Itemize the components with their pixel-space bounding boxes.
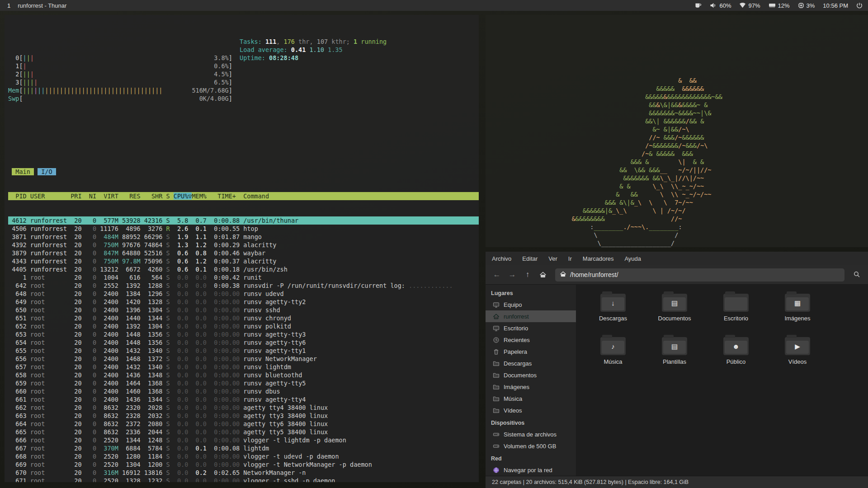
process-row[interactable]: 652 root 20 0 2400 1392 1304 S 0.0 0.0 0… — [8, 322, 479, 330]
sidebar-item-label: Papelera — [504, 348, 527, 355]
folder-icon — [492, 371, 500, 379]
process-row[interactable]: 666 root 20 0 2520 1344 1248 S 0.0 0.0 0… — [8, 436, 479, 444]
path-bar[interactable]: /home/runforrest/ — [555, 268, 844, 282]
process-row[interactable]: 4405 runforrest 20 0 13212 6672 4260 S 0… — [8, 265, 479, 273]
sidebar-item-sistema-de-archivos[interactable]: Sistema de archivos — [486, 428, 576, 440]
process-row[interactable]: 669 root 20 0 2520 1304 1200 S 0.0 0.0 0… — [8, 460, 479, 469]
process-row[interactable]: 1 root 20 0 1004 616 564 S 0.0 0.0 0:00.… — [8, 273, 479, 282]
process-row[interactable]: 655 root 20 0 2400 1432 1340 S 0.0 0.0 0… — [8, 347, 479, 355]
home-button[interactable] — [536, 268, 550, 281]
process-row[interactable]: 664 root 20 0 8632 2372 2080 S 0.0 0.0 0… — [8, 420, 479, 428]
process-row[interactable]: 670 root 20 0 316M 16912 13816 S 0.0 0.2… — [8, 469, 479, 477]
process-row[interactable]: 667 root 20 0 370M 6884 5784 S 0.0 0.1 0… — [8, 444, 479, 452]
sidebar-item-descargas[interactable]: Descargas — [486, 357, 576, 369]
menu-editar[interactable]: Editar — [522, 255, 538, 262]
file-label: Público — [726, 358, 746, 365]
sidebar-item-runforrest[interactable]: runforrest — [486, 310, 576, 322]
drive-icon — [492, 442, 500, 450]
path-home-icon — [560, 271, 566, 279]
file-item-documentos[interactable]: ▤Documentos — [644, 291, 705, 334]
file-item-vídeos[interactable]: ▶Vídeos — [767, 334, 828, 378]
sidebar-item-escritorio[interactable]: Escritorio — [486, 322, 576, 334]
workspace-indicator[interactable]: 1 — [5, 2, 12, 9]
menu-ir[interactable]: Ir — [568, 255, 572, 262]
sidebar-item-documentos[interactable]: Documentos — [486, 369, 576, 381]
file-item-imágenes[interactable]: ▦Imágenes — [767, 291, 828, 334]
menu-ayuda[interactable]: Ayuda — [624, 255, 641, 262]
sidebar-item-volumen-de-500-gb[interactable]: Volumen de 500 GB — [486, 440, 576, 452]
art-line: && \&& &&&__ ~/~/||//~ — [553, 166, 868, 174]
process-row[interactable]: 649 root 20 0 2400 1420 1328 S 0.0 0.0 0… — [8, 298, 479, 306]
sidebar-item-label: Escritorio — [504, 325, 528, 332]
tab-io[interactable]: I/O — [38, 168, 56, 175]
art-line: \ / — [553, 231, 868, 239]
process-row[interactable]: 653 root 20 0 2400 1448 1356 S 0.0 0.0 0… — [8, 330, 479, 338]
file-label: Descargas — [599, 315, 627, 322]
network-module[interactable]: 97% — [739, 2, 760, 9]
process-row[interactable]: 648 root 20 0 2400 1384 1296 S 0.0 0.0 0… — [8, 290, 479, 298]
process-row[interactable]: 659 root 20 0 2400 1464 1368 S 0.0 0.0 0… — [8, 379, 479, 387]
process-row[interactable]: 662 root 20 0 8632 2320 2028 S 0.0 0.0 0… — [8, 404, 479, 412]
network-icon — [492, 466, 500, 474]
sidebar-item-label: Vídeos — [504, 407, 522, 414]
htop-terminal-window[interactable]: 0[||| 3.8%] 1[| 0.6%] 2[||| 4.5%] 3[|||| — [5, 15, 479, 482]
sidebar-item-papelera[interactable]: Papelera — [486, 346, 576, 357]
process-row[interactable]: 650 root 20 0 2400 1396 1304 S 0.0 0.0 0… — [8, 306, 479, 314]
process-row[interactable]: 4392 runforrest 20 0 750M 97676 74864 S … — [8, 241, 479, 249]
file-item-escritorio[interactable]: Escritorio — [705, 291, 767, 334]
process-row[interactable]: 3879 runforrest 20 0 847M 64880 52516 S … — [8, 249, 479, 257]
process-row[interactable]: 4343 runforrest 20 0 750M 97.8M 75096 S … — [8, 257, 479, 265]
process-row[interactable]: 668 root 20 0 2520 1280 1184 S 0.0 0.0 0… — [8, 452, 479, 460]
caffeine-module[interactable] — [695, 3, 702, 9]
tab-main[interactable]: Main — [12, 168, 34, 175]
speaker-icon — [710, 2, 717, 9]
art-line: & && — [553, 76, 868, 84]
resource-meter: Swp[ 0K/4.00G] — [8, 94, 479, 103]
process-row[interactable]: 4506 runforrest 20 0 11176 4896 3276 R 2… — [8, 225, 479, 233]
menubar: ArchivoEditarVerIrMarcadoresAyuda — [486, 252, 868, 265]
process-row[interactable]: 656 root 20 0 2400 1468 1372 S 0.0 0.0 0… — [8, 355, 479, 363]
process-row[interactable]: 654 root 20 0 2400 1448 1356 S 0.0 0.0 0… — [8, 338, 479, 347]
ascii-art-terminal-window[interactable]: & && &&&&& &&&&&& &&&&&&&&&&&&&&&&&&~&& … — [486, 15, 868, 247]
art-line: &~ &|&&/~\ — [553, 125, 868, 133]
back-button[interactable]: ← — [490, 268, 504, 281]
process-row[interactable]: 660 root 20 0 2400 1460 1368 S 0.0 0.0 0… — [8, 387, 479, 395]
folder-icon: ▤ — [662, 294, 687, 312]
sidebar-item-imágenes[interactable]: Imágenes — [486, 381, 576, 393]
volume-module[interactable]: 60% — [710, 2, 731, 9]
process-row[interactable]: 642 root 20 0 2552 1392 1288 S 0.0 0.0 0… — [8, 282, 479, 290]
search-button[interactable] — [850, 268, 863, 281]
file-label: Música — [604, 358, 622, 365]
process-row[interactable]: 658 root 20 0 2400 1436 1348 S 0.0 0.0 0… — [8, 371, 479, 379]
cpu-value: 3% — [807, 2, 815, 9]
process-row[interactable]: 665 root 20 0 8632 2336 2044 S 0.0 0.0 0… — [8, 428, 479, 436]
menu-ver[interactable]: Ver — [548, 255, 557, 262]
forward-button[interactable]: → — [505, 268, 519, 281]
ram-icon — [769, 3, 776, 8]
up-button[interactable]: ↑ — [521, 268, 534, 281]
file-item-música[interactable]: ♪Música — [582, 334, 644, 378]
process-row[interactable]: 3871 runforrest 20 0 484M 88952 66296 S … — [8, 233, 479, 241]
sidebar-item-vídeos[interactable]: Vídeos — [486, 404, 576, 416]
menu-marcadores[interactable]: Marcadores — [583, 255, 614, 262]
process-row[interactable]: 657 root 20 0 2400 1432 1340 S 0.0 0.0 0… — [8, 363, 479, 371]
art-line: &&&&&&&&&&&&&&&&&&~&& — [553, 93, 868, 101]
thunar-file-manager-window[interactable]: ArchivoEditarVerIrMarcadoresAyuda ← → ↑ … — [486, 252, 868, 488]
process-row[interactable]: 663 root 20 0 8632 2328 2032 S 0.0 0.0 0… — [8, 412, 479, 420]
menu-archivo[interactable]: Archivo — [492, 255, 511, 262]
process-table: 4612 runforrest 20 0 577M 53928 42316 S … — [8, 216, 479, 482]
process-table-header[interactable]: PID USER PRI NI VIRT RES SHR S CPU%▽MEM%… — [8, 192, 479, 200]
sidebar-item-equipo[interactable]: Equipo — [486, 299, 576, 310]
file-item-público[interactable]: ☻Público — [705, 334, 767, 378]
power-button[interactable] — [856, 2, 863, 9]
sidebar-item-navegar-por-la-red[interactable]: Navegar por la red — [486, 464, 576, 476]
process-row[interactable]: 671 root 20 0 2520 1328 1232 S 0.0 0.0 0… — [8, 477, 479, 482]
sidebar-item-música[interactable]: Música — [486, 393, 576, 404]
folder-icon: ▦ — [785, 294, 810, 312]
process-row[interactable]: 4612 runforrest 20 0 577M 53928 42316 S … — [8, 216, 479, 225]
file-item-plantillas[interactable]: ▤Plantillas — [644, 334, 705, 378]
process-row[interactable]: 651 root 20 0 2400 1440 1344 S 0.0 0.0 0… — [8, 314, 479, 322]
process-row[interactable]: 661 root 20 0 2400 1436 1344 S 0.0 0.0 0… — [8, 395, 479, 404]
sidebar-item-recientes[interactable]: Recientes — [486, 334, 576, 346]
file-item-descargas[interactable]: ↓Descargas — [582, 291, 644, 334]
